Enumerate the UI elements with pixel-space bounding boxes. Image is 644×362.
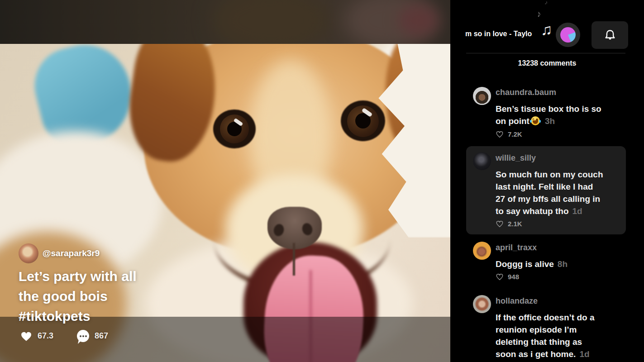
music-note-icon: ♪ — [536, 9, 542, 19]
comment-row-highlighted[interactable]: willie_silly So much fun on my couch las… — [473, 152, 631, 231]
comment-text: Ben’s tissue box tho is so on point3h — [496, 103, 604, 127]
video-comment-count: 867 — [95, 331, 108, 341]
video-caption: Let’s party with all the good bois #tikt… — [19, 267, 181, 326]
comment-like-row: 7.2K — [496, 130, 522, 138]
music-note-icon: ♫ — [541, 21, 553, 38]
comment-row[interactable]: april_traxx Doggg is alive8h 948 — [473, 242, 631, 296]
video-player[interactable]: @sarapark3r9 Let’s party with all the go… — [0, 0, 450, 362]
comment-row[interactable]: chaundra.baum Ben’s tissue box tho is so… — [473, 87, 631, 141]
caption-line: the good bois — [19, 286, 181, 306]
comment-text-body: So much fun on my couch last night. Felt… — [496, 170, 603, 216]
bell-icon — [603, 29, 617, 42]
comment-time: 8h — [558, 259, 568, 269]
music-ticker[interactable]: m so in love - Taylo — [465, 29, 540, 39]
commenter-username: hollandaze — [496, 296, 538, 306]
blur-blob — [398, 5, 439, 36]
comment-like-count: 7.2K — [508, 130, 522, 138]
comment-text-body: Doggg is alive — [496, 259, 554, 269]
dog-philtrum — [293, 243, 295, 276]
music-note-icon: ♪ — [544, 0, 549, 6]
video-like-count: 67.3 — [38, 331, 53, 341]
video-stats: 67.3 867 — [20, 330, 108, 342]
commenter-avatar — [473, 295, 491, 313]
creator-row[interactable]: @sarapark3r9 — [19, 243, 100, 263]
heart-outline-icon — [496, 220, 504, 228]
commenter-avatar — [473, 152, 491, 170]
comment-like-count: 2.1K — [508, 220, 522, 228]
notifications-button[interactable] — [592, 21, 628, 49]
comment-like-count: 948 — [508, 273, 519, 281]
creator-username: @sarapark3r9 — [43, 248, 100, 258]
comment-time: 1d — [579, 349, 589, 359]
comments-panel: m so in love - Taylo ♫ ♪ ♪ 13238 comment… — [450, 0, 644, 362]
comment-like-row: 948 — [496, 273, 519, 281]
comment-text: So much fun on my couch last night. Felt… — [496, 168, 604, 217]
blur-blob — [344, 0, 434, 44]
heart-outline-icon — [496, 273, 504, 281]
commenter-avatar — [473, 87, 491, 105]
laughing-crying-emoji — [531, 116, 540, 125]
sound-disc-button[interactable] — [556, 23, 580, 47]
blur-blob — [213, 0, 330, 44]
heart-icon — [20, 331, 32, 342]
commenter-username: chaundra.baum — [496, 88, 556, 97]
commenter-username: april_traxx — [496, 243, 537, 252]
comment-text: If the office doesn’t do a reunion episo… — [496, 311, 604, 360]
tiktok-tv-app: @sarapark3r9 Let’s party with all the go… — [0, 0, 644, 362]
commenter-username: willie_silly — [496, 153, 536, 163]
comment-row[interactable]: hollandaze If the office doesn’t do a re… — [473, 295, 631, 362]
comment-bubble-icon — [77, 330, 89, 342]
divider — [466, 53, 625, 53]
caption-line: Let’s party with all — [19, 267, 181, 286]
commenter-avatar — [473, 242, 491, 260]
comments-count-header: 13238 comments — [450, 59, 644, 67]
top-dim-strip — [0, 0, 450, 44]
disc-icon — [560, 27, 576, 43]
caption-line: #tiktokpets — [19, 306, 181, 326]
comment-like-row: 2.1K — [496, 220, 522, 228]
comment-time: 3h — [545, 116, 555, 126]
heart-outline-icon — [496, 131, 504, 138]
creator-avatar — [19, 243, 38, 263]
comment-time: 1d — [572, 206, 582, 216]
comment-text: Doggg is alive8h — [496, 258, 604, 270]
